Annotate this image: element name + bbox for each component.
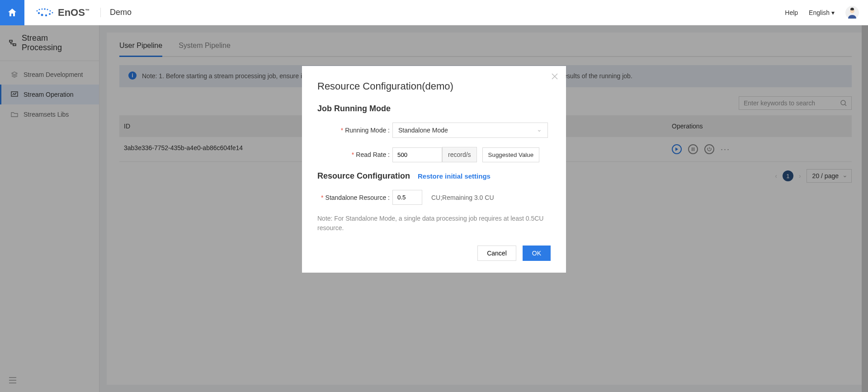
read-rate-label: *Read Rate : — [317, 151, 392, 158]
chevron-down-icon: ▾ — [831, 9, 835, 16]
language-selector[interactable]: English ▾ — [809, 9, 835, 16]
svg-point-6 — [52, 12, 53, 13]
user-avatar[interactable] — [845, 6, 859, 19]
modal-note: Note: For Standalone Mode, a single data… — [317, 214, 551, 233]
running-mode-label: *Running Mode : — [317, 127, 392, 134]
avatar-icon — [846, 7, 858, 19]
cancel-button[interactable]: Cancel — [477, 246, 516, 261]
svg-point-8 — [41, 14, 43, 16]
section-resource-config: Resource Configuration Restore initial s… — [317, 171, 551, 181]
project-name: Demo — [100, 8, 132, 17]
home-icon — [7, 7, 18, 18]
suggested-value-button[interactable]: Suggested Value — [482, 147, 540, 162]
close-icon — [552, 73, 558, 80]
svg-point-7 — [38, 12, 40, 14]
language-label: English — [809, 9, 830, 16]
svg-point-1 — [39, 9, 40, 10]
close-button[interactable] — [552, 72, 558, 82]
logo-dots-icon — [35, 8, 54, 17]
help-link[interactable]: Help — [785, 9, 798, 16]
read-rate-unit: record/s — [442, 147, 477, 162]
read-rate-input[interactable] — [392, 147, 442, 162]
svg-point-10 — [49, 13, 51, 15]
svg-point-2 — [42, 8, 43, 9]
app-header: EnOS™ Demo Help English ▾ — [0, 0, 868, 25]
svg-point-5 — [50, 10, 51, 11]
logo-text: EnOS™ — [58, 7, 90, 19]
section-job-mode: Job Running Mode — [317, 104, 551, 113]
home-button[interactable] — [0, 0, 24, 25]
svg-point-0 — [37, 10, 38, 11]
running-mode-select[interactable]: Standalone Mode — [392, 123, 548, 138]
ok-button[interactable]: OK — [523, 246, 551, 261]
standalone-resource-input[interactable] — [392, 190, 422, 205]
svg-point-3 — [44, 8, 46, 10]
resource-config-modal: Resource Configuration(demo) Job Running… — [302, 66, 566, 273]
svg-point-4 — [47, 9, 48, 10]
logo: EnOS™ — [24, 7, 100, 19]
svg-point-9 — [45, 14, 47, 16]
standalone-resource-label: *Standalone Resource : — [317, 194, 392, 201]
modal-overlay: Resource Configuration(demo) Job Running… — [0, 25, 868, 392]
modal-title: Resource Configuration(demo) — [317, 80, 551, 92]
standalone-hint: CU;Remaining 3.0 CU — [431, 194, 494, 201]
restore-settings-link[interactable]: Restore initial settings — [418, 172, 491, 180]
